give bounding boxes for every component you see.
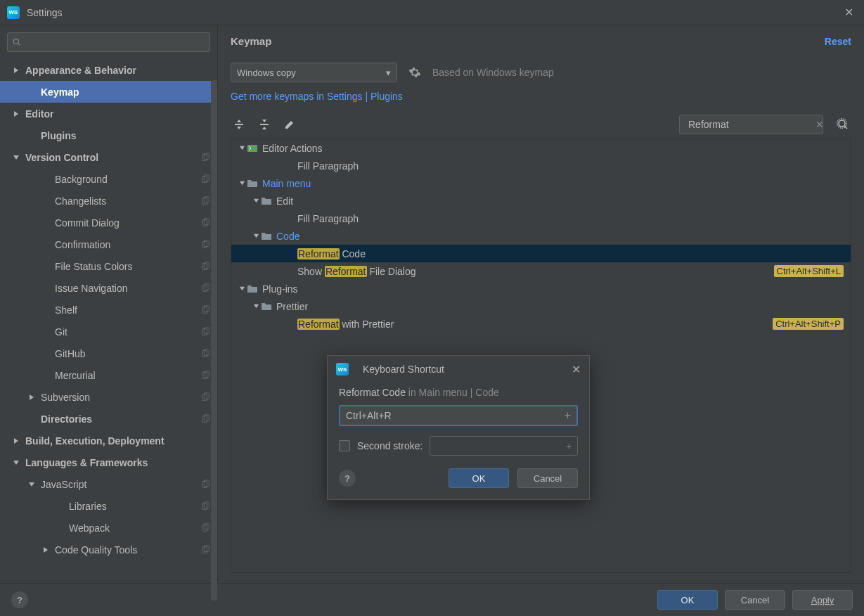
sidebar-item-label: Webpack bbox=[69, 522, 200, 534]
sidebar-item-label: Editor bbox=[25, 108, 210, 120]
sidebar-item-label: Directories bbox=[41, 413, 200, 425]
tree-arrow-icon bbox=[251, 198, 261, 204]
keymap-search-field[interactable] bbox=[688, 119, 811, 130]
svg-marker-2 bbox=[14, 68, 18, 73]
sidebar-item[interactable]: Code Quality Tools bbox=[0, 539, 217, 560]
sidebar-item[interactable]: GitHub bbox=[0, 342, 217, 364]
svg-rect-44 bbox=[235, 124, 243, 125]
sidebar-item[interactable]: Commit Dialog bbox=[0, 212, 217, 233]
svg-marker-59 bbox=[253, 234, 258, 238]
tree-spacer bbox=[41, 240, 51, 250]
settings-sidebar: Appearance & BehaviorKeymapEditorPlugins… bbox=[0, 25, 218, 583]
keymap-row[interactable]: Code bbox=[231, 227, 851, 245]
sidebar-item[interactable]: Languages & Frameworks bbox=[0, 451, 217, 473]
keymap-row-label: Fill Paragraph bbox=[297, 213, 359, 224]
dialog-ok-button[interactable]: OK bbox=[449, 468, 509, 488]
sidebar-item[interactable]: Confirmation bbox=[0, 233, 217, 255]
sidebar-item[interactable]: Mercurial bbox=[0, 364, 217, 386]
sidebar-item[interactable]: Editor bbox=[0, 103, 217, 124]
svg-marker-48 bbox=[262, 120, 266, 122]
sidebar-item-label: Git bbox=[55, 326, 200, 338]
keymap-search-input[interactable]: ✕ bbox=[679, 115, 823, 134]
sidebar-item-label: Libraries bbox=[69, 501, 200, 512]
apply-button[interactable]: Apply bbox=[792, 590, 853, 610]
sidebar-item-label: Shelf bbox=[55, 304, 200, 316]
tree-spacer bbox=[55, 523, 65, 533]
sidebar-search-input[interactable] bbox=[7, 32, 210, 52]
tree-arrow-icon bbox=[27, 480, 37, 489]
sidebar-item[interactable]: Webpack bbox=[0, 517, 217, 539]
svg-marker-32 bbox=[14, 438, 18, 444]
collapse-all-icon[interactable] bbox=[256, 116, 273, 133]
keymap-row[interactable]: Show Reformat File DialogCtrl+Alt+Shift+… bbox=[231, 262, 851, 280]
tree-spacer bbox=[41, 305, 51, 315]
sidebar-item[interactable]: Keymap bbox=[0, 81, 217, 103]
add-second-stroke-icon[interactable]: + bbox=[566, 441, 572, 451]
tree-spacer bbox=[27, 414, 37, 424]
sidebar-item[interactable]: Issue Navigation bbox=[0, 277, 217, 299]
close-icon[interactable]: ✕ bbox=[840, 4, 857, 21]
keymap-row[interactable]: Prettier bbox=[231, 297, 851, 315]
sidebar-item[interactable]: File Status Colors bbox=[0, 255, 217, 277]
keymap-row-label: Code bbox=[276, 231, 299, 242]
sidebar-item[interactable]: Libraries bbox=[0, 495, 217, 517]
keymap-row[interactable]: Reformat Code bbox=[231, 245, 851, 262]
keymap-shortcut-badge: Ctrl+Alt+Shift+L bbox=[774, 265, 844, 277]
sidebar-item[interactable]: Build, Execution, Deployment bbox=[0, 430, 217, 451]
sidebar-item[interactable]: Shelf bbox=[0, 299, 217, 321]
sidebar-item-label: GitHub bbox=[55, 348, 200, 359]
sidebar-item-label: Mercurial bbox=[55, 370, 200, 381]
more-keymaps-link[interactable]: Get more keymaps in Settings | Plugins bbox=[231, 91, 851, 102]
sidebar-item[interactable]: Appearance & Behavior bbox=[0, 59, 217, 81]
sidebar-item[interactable]: Directories bbox=[0, 408, 217, 430]
sidebar-item[interactable]: Version Control bbox=[0, 146, 217, 168]
edit-icon[interactable] bbox=[281, 116, 298, 133]
sidebar-item[interactable]: JavaScript bbox=[0, 473, 217, 495]
help-icon[interactable]: ? bbox=[339, 470, 356, 487]
expand-all-icon[interactable] bbox=[231, 116, 247, 133]
second-stroke-checkbox[interactable] bbox=[339, 440, 350, 451]
sidebar-item-label: Appearance & Behavior bbox=[25, 65, 210, 76]
tree-arrow-icon bbox=[251, 233, 261, 239]
keymap-row[interactable]: Plug-ins bbox=[231, 280, 851, 297]
svg-marker-33 bbox=[13, 461, 19, 465]
sidebar-item-label: Confirmation bbox=[55, 239, 200, 250]
tree-spacer bbox=[27, 87, 37, 97]
find-action-icon[interactable] bbox=[834, 116, 851, 133]
sidebar-item[interactable]: Changelists bbox=[0, 190, 217, 212]
sidebar-item[interactable]: Plugins bbox=[0, 124, 217, 146]
tree-arrow-icon bbox=[11, 458, 21, 468]
keymap-row-label: Reformat with Prettier bbox=[297, 319, 394, 330]
ok-button[interactable]: OK bbox=[657, 590, 718, 610]
reset-link[interactable]: Reset bbox=[825, 36, 851, 47]
tree-spacer bbox=[41, 262, 51, 271]
svg-point-52 bbox=[839, 120, 845, 127]
second-stroke-input[interactable]: + bbox=[430, 436, 578, 456]
sidebar-item[interactable]: Git bbox=[0, 321, 217, 342]
shortcut-input[interactable]: Ctrl+Alt+R + bbox=[339, 405, 578, 426]
tree-spacer bbox=[41, 349, 51, 359]
keymap-row[interactable]: Fill Paragraph bbox=[231, 157, 851, 174]
dialog-cancel-button[interactable]: Cancel bbox=[517, 468, 578, 488]
clear-search-icon[interactable]: ✕ bbox=[815, 119, 824, 130]
svg-point-0 bbox=[13, 39, 18, 44]
sidebar-item[interactable]: Subversion bbox=[0, 386, 217, 408]
keymap-row-label: Show Reformat File Dialog bbox=[297, 266, 416, 277]
keymap-row[interactable]: Fill Paragraph bbox=[231, 210, 851, 227]
sidebar-item[interactable]: Background bbox=[0, 168, 217, 190]
keymap-row[interactable]: Edit bbox=[231, 192, 851, 210]
keymap-dropdown-label: Windows copy bbox=[237, 68, 386, 78]
gear-icon[interactable] bbox=[407, 65, 423, 80]
sidebar-scrollbar[interactable] bbox=[211, 80, 217, 601]
svg-marker-57 bbox=[239, 181, 244, 185]
help-icon[interactable]: ? bbox=[11, 591, 28, 608]
tree-spacer bbox=[55, 501, 65, 511]
based-on-label: Based on Windows keymap bbox=[432, 67, 554, 78]
close-icon[interactable]: ✕ bbox=[572, 363, 581, 376]
keymap-dropdown[interactable]: Windows copy ▾ bbox=[231, 63, 397, 82]
cancel-button[interactable]: Cancel bbox=[725, 590, 785, 610]
add-shortcut-icon[interactable]: + bbox=[565, 409, 571, 422]
keymap-row[interactable]: Main menu bbox=[231, 174, 851, 192]
keymap-row[interactable]: Editor Actions bbox=[231, 139, 851, 157]
keymap-row[interactable]: Reformat with PrettierCtrl+Alt+Shift+P bbox=[231, 315, 851, 333]
